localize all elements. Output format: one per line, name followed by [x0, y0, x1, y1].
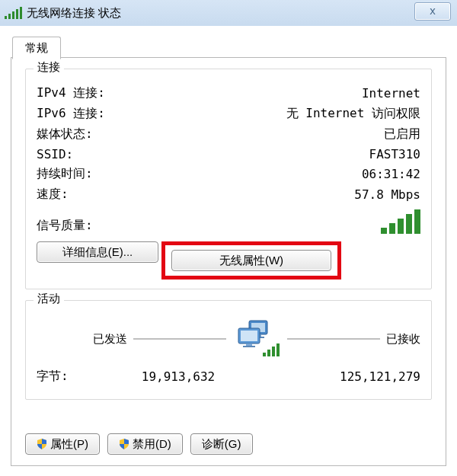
network-activity-icon	[232, 319, 281, 359]
svg-rect-7	[243, 346, 255, 347]
row-bytes: 字节: 19,913,632 125,121,279	[37, 366, 420, 387]
tab-page: 连接 IPv4 连接: Internet IPv6 连接: 无 Internet…	[11, 58, 446, 466]
diagnose-button[interactable]: 诊断(G)	[190, 433, 253, 455]
group-connection-legend: 连接	[34, 60, 64, 75]
label-duration: 持续时间:	[37, 166, 93, 182]
shield-icon	[37, 436, 47, 446]
svg-rect-5	[241, 331, 257, 341]
value-duration: 06:31:42	[362, 167, 420, 181]
svg-rect-6	[246, 343, 252, 346]
signal-bars-icon	[381, 209, 420, 234]
titlebar[interactable]: 无线网络连接 状态 x	[0, 0, 457, 27]
svg-rect-11	[276, 343, 280, 356]
tab-general-label: 常规	[25, 41, 48, 54]
value-ipv6: 无 Internet 访问权限	[286, 106, 420, 122]
row-signal: 信号质量:	[37, 209, 420, 234]
connection-buttons: 详细信息(E)... 无线属性(W)	[37, 241, 420, 280]
group-connection: 连接 IPv4 连接: Internet IPv6 连接: 无 Internet…	[25, 69, 432, 289]
label-sent: 已发送	[93, 332, 127, 347]
diagnose-button-label: 诊断(G)	[202, 437, 241, 450]
tab-general[interactable]: 常规	[12, 37, 61, 59]
svg-rect-9	[267, 350, 270, 356]
label-received: 已接收	[386, 332, 420, 347]
disable-button-label: 禁用(D)	[133, 437, 171, 450]
window-title: 无线网络连接 状态	[27, 6, 121, 21]
highlight-wireless-properties: 无线属性(W)	[161, 241, 341, 280]
value-ipv4: Internet	[362, 86, 420, 101]
value-media: 已启用	[384, 126, 420, 142]
row-ssid: SSID: FAST310	[37, 145, 420, 164]
value-bytes-received: 125,121,279	[259, 369, 420, 384]
divider-right	[287, 338, 380, 340]
tabstrip-line	[11, 57, 446, 58]
details-button[interactable]: 详细信息(E)...	[37, 241, 158, 263]
wifi-signal-icon	[5, 7, 22, 19]
tabstrip: 常规	[11, 34, 446, 58]
label-media: 媒体状态:	[37, 126, 93, 142]
row-media: 媒体状态: 已启用	[37, 124, 420, 145]
group-activity: 活动 已发送	[25, 300, 432, 400]
close-icon: x	[430, 4, 436, 17]
label-bytes: 字节:	[37, 369, 97, 385]
label-ipv4: IPv4 连接:	[37, 85, 105, 101]
details-button-label: 详细信息(E)...	[62, 245, 133, 258]
svg-rect-8	[263, 353, 266, 356]
client-area: 常规 连接 IPv4 连接: Internet IPv6 连接: 无 Inter…	[0, 26, 457, 476]
divider-left	[133, 338, 226, 340]
label-ssid: SSID:	[37, 147, 73, 161]
row-ipv4: IPv4 连接: Internet	[37, 83, 420, 104]
row-duration: 持续时间: 06:31:42	[37, 164, 420, 184]
value-speed: 57.8 Mbps	[354, 187, 420, 202]
value-bytes-sent: 19,913,632	[97, 369, 259, 384]
properties-button[interactable]: 属性(P)	[25, 433, 100, 455]
svg-rect-10	[272, 347, 275, 356]
wireless-properties-button-label: 无线属性(W)	[219, 254, 283, 267]
disable-button[interactable]: 禁用(D)	[107, 433, 183, 455]
window: 无线网络连接 状态 x 常规 连接 IPv4 连接: Internet IPv6…	[0, 0, 457, 476]
label-signal: 信号质量:	[37, 218, 93, 234]
bottom-button-row: 属性(P) 禁用(D) 诊断(G)	[25, 433, 253, 455]
properties-button-label: 属性(P)	[50, 437, 88, 450]
value-ssid: FAST310	[369, 147, 420, 161]
label-ipv6: IPv6 连接:	[37, 106, 105, 122]
shield-icon	[119, 436, 129, 446]
activity-header-row: 已发送	[37, 319, 420, 359]
close-button[interactable]: x	[414, 2, 451, 21]
label-speed: 速度:	[37, 187, 69, 203]
row-speed: 速度: 57.8 Mbps	[37, 184, 420, 205]
row-ipv6: IPv6 连接: 无 Internet 访问权限	[37, 104, 420, 124]
wireless-properties-button[interactable]: 无线属性(W)	[171, 250, 331, 271]
group-activity-legend: 活动	[34, 292, 64, 306]
